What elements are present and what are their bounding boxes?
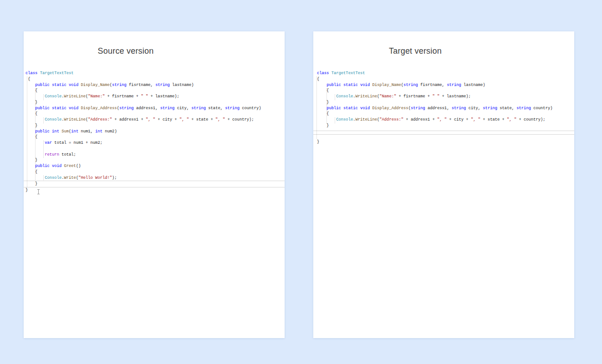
code-line: { bbox=[317, 76, 574, 82]
code-line: public static void Display_Name(string f… bbox=[317, 82, 574, 88]
code-line: } bbox=[26, 187, 285, 193]
code-line: Console.WriteLine("Address:" + address1 … bbox=[317, 117, 574, 123]
code-line: { bbox=[26, 169, 285, 175]
source-version-title: Source version bbox=[98, 46, 154, 56]
code-line: var total = num1 + num2; bbox=[26, 140, 285, 146]
code-line: { bbox=[26, 88, 285, 94]
source-code-editor[interactable]: class TargetTextTest { public static voi… bbox=[26, 71, 285, 338]
code-line: } bbox=[317, 123, 574, 129]
compare-view: Source version class TargetTextTest { pu… bbox=[0, 0, 602, 364]
target-version-title: Target version bbox=[389, 46, 442, 56]
code-line: } bbox=[317, 139, 574, 145]
code-line: Console.Write("Hello World!"); bbox=[26, 175, 285, 181]
target-code-editor[interactable]: class TargetTextTest{ public static void… bbox=[317, 71, 574, 338]
code-line: class TargetTextTest bbox=[26, 71, 285, 76]
code-line: Console.WriteLine("Name:" + fisrtname + … bbox=[26, 94, 285, 100]
change-boundary-rule bbox=[313, 134, 574, 135]
code-line: Console.WriteLine("Address:" + address1 … bbox=[26, 117, 285, 123]
code-line: public int Sum(int num1, int num2) bbox=[26, 129, 285, 135]
code-line: public static void Display_Name(string f… bbox=[26, 82, 285, 88]
code-line: Console.WriteLine("Name:" + fisrtname + … bbox=[317, 94, 574, 100]
text-cursor-ibeam bbox=[37, 189, 40, 194]
code-line: } bbox=[26, 123, 285, 129]
code-line bbox=[26, 146, 285, 152]
code-line: } bbox=[26, 181, 285, 187]
code-line: class TargetTextTest bbox=[317, 71, 574, 76]
code-line: } bbox=[26, 100, 285, 106]
code-line: } bbox=[317, 100, 574, 106]
code-line: public void Greet() bbox=[26, 163, 285, 169]
code-line: { bbox=[317, 88, 574, 94]
code-line: { bbox=[26, 111, 285, 117]
code-line: public static void Display_Address(strin… bbox=[26, 106, 285, 111]
code-line: } bbox=[26, 157, 285, 163]
change-boundary-rule bbox=[313, 131, 574, 131]
code-line: { bbox=[317, 111, 574, 117]
code-line: { bbox=[26, 76, 285, 82]
code-line: public static void Display_Address(strin… bbox=[317, 106, 574, 111]
code-line: { bbox=[26, 134, 285, 140]
code-line: return total; bbox=[26, 152, 285, 158]
source-version-panel: Source version class TargetTextTest { pu… bbox=[24, 31, 285, 338]
target-version-panel: Target version class TargetTextTest{ pub… bbox=[313, 31, 574, 338]
